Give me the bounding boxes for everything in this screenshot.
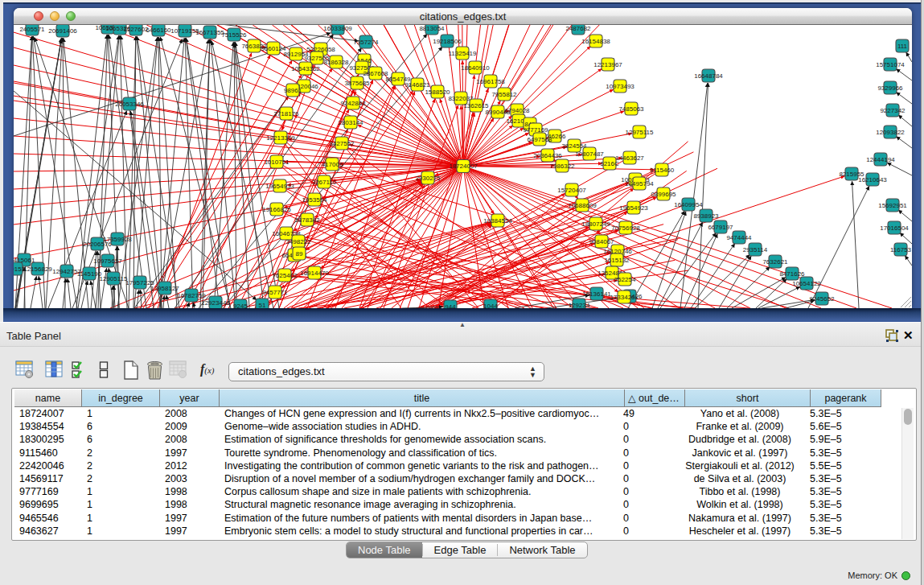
svg-text:9474444: 9474444: [726, 234, 752, 241]
svg-text:8427552: 8427552: [329, 140, 355, 147]
svg-text:944: 944: [445, 303, 456, 308]
svg-text:15692951: 15692951: [878, 202, 907, 209]
svg-text:9245: 9245: [233, 303, 248, 308]
svg-text:89: 89: [296, 250, 303, 257]
svg-text:7625402: 7625402: [272, 272, 298, 279]
svg-text:129234: 129234: [569, 302, 590, 308]
svg-text:8938923: 8938923: [693, 212, 719, 220]
svg-text:6497568: 6497568: [527, 136, 552, 143]
svg-text:19654933: 19654933: [265, 183, 294, 190]
svg-text:14463627: 14463627: [615, 154, 644, 162]
svg-text:16961758: 16961758: [476, 78, 505, 85]
svg-text:16033809: 16033809: [323, 25, 352, 32]
svg-text:2930275: 2930275: [415, 175, 441, 182]
svg-text:2487682: 2487682: [565, 25, 591, 32]
svg-text:6466160: 6466160: [146, 27, 171, 34]
svg-text:12213967: 12213967: [593, 61, 622, 68]
svg-text:17359928: 17359928: [103, 236, 132, 243]
svg-text:16671355: 16671355: [195, 29, 224, 36]
svg-text:19166825: 19166825: [262, 206, 291, 213]
svg-text:1527602: 1527602: [123, 26, 149, 33]
svg-text:16409954: 16409954: [674, 201, 703, 208]
svg-text:19654923: 19654923: [619, 204, 648, 212]
svg-text:16210643: 16210643: [858, 176, 887, 183]
svg-text:10973493: 10973493: [606, 83, 634, 90]
svg-text:9242848: 9242848: [340, 100, 366, 107]
svg-text:2405571: 2405571: [19, 26, 45, 33]
svg-text:116753: 116753: [890, 246, 912, 253]
svg-text:12093822: 12093822: [876, 129, 905, 136]
svg-text:3498222: 3498222: [285, 238, 311, 245]
svg-text:2718176: 2718176: [273, 110, 299, 117]
svg-text:5878342: 5878342: [294, 216, 320, 224]
svg-text:3875685: 3875685: [344, 80, 370, 87]
svg-text:14495794: 14495794: [625, 180, 654, 187]
svg-text:9245652: 9245652: [809, 295, 835, 303]
svg-text:15751074: 15751074: [876, 61, 905, 68]
svg-text:1953594: 1953594: [302, 196, 327, 204]
svg-text:12213369: 12213369: [266, 134, 295, 142]
svg-text:111: 111: [897, 43, 908, 50]
svg-text:11325419: 11325419: [449, 50, 478, 57]
svg-text:7986322: 7986322: [549, 163, 575, 170]
svg-text:12156829: 12156829: [23, 266, 52, 273]
svg-text:12444194: 12444194: [866, 156, 895, 163]
svg-text:10807487: 10807487: [575, 150, 604, 158]
svg-text:252254: 252254: [614, 276, 636, 283]
svg-text:51: 51: [259, 302, 266, 308]
svg-text:18724007: 18724007: [449, 163, 478, 170]
svg-text:8186328: 8186328: [323, 59, 349, 66]
svg-text:18807249: 18807249: [581, 220, 610, 228]
svg-text:10543362: 10543362: [291, 65, 320, 72]
svg-text:16648784: 16648784: [694, 72, 723, 80]
svg-text:15720407: 15720407: [557, 187, 586, 194]
svg-text:12905115: 12905115: [100, 275, 129, 282]
svg-text:9457771: 9457771: [262, 289, 288, 296]
svg-text:7485063: 7485063: [618, 105, 644, 113]
svg-text:7515526: 7515526: [221, 31, 247, 39]
svg-text:98961: 98961: [284, 87, 302, 94]
svg-text:3267110: 3267110: [312, 179, 337, 186]
svg-text:9329966: 9329966: [877, 84, 903, 92]
svg-text:26053346: 26053346: [115, 101, 144, 108]
svg-text:1733426x: 1733426x: [610, 294, 638, 301]
svg-text:6679197: 6679197: [708, 224, 733, 231]
svg-text:9146821: 9146821: [405, 81, 430, 89]
svg-text:20691406: 20691406: [48, 27, 77, 35]
svg-text:417006: 417006: [322, 161, 343, 168]
svg-text:17016504: 17016504: [880, 225, 909, 232]
svg-text:9115460: 9115460: [650, 167, 675, 174]
svg-text:9084067: 9084067: [589, 238, 614, 245]
svg-text:8813054: 8813054: [419, 25, 445, 32]
svg-text:7357274: 7357274: [353, 39, 379, 46]
svg-text:1145190: 1145190: [77, 270, 102, 278]
svg-text:16154838: 16154838: [581, 38, 610, 45]
svg-text:16914479: 16914479: [300, 270, 329, 277]
svg-text:6794028: 6794028: [504, 107, 530, 114]
svg-text:9660124: 9660124: [261, 45, 286, 52]
svg-text:15136141: 15136141: [582, 290, 611, 298]
svg-text:19384554: 19384554: [483, 217, 512, 225]
svg-text:18640910: 18640910: [461, 64, 490, 72]
svg-text:12975115: 12975115: [626, 129, 655, 136]
svg-text:2803144: 2803144: [338, 119, 363, 126]
svg-text:19218506: 19218506: [433, 38, 462, 45]
svg-text:12923446: 12923446: [201, 299, 230, 307]
svg-text:70756928: 70756928: [611, 225, 640, 232]
svg-text:0899695: 0899695: [651, 191, 676, 198]
svg-text:7632621: 7632621: [762, 258, 788, 266]
svg-text:13958127: 13958127: [150, 285, 179, 292]
svg-text:8471626: 8471626: [779, 270, 805, 278]
svg-text:10654122: 10654122: [792, 280, 821, 287]
svg-text:7955812: 7955812: [491, 91, 517, 98]
svg-text:1010751: 1010751: [264, 159, 290, 166]
svg-text:16782759: 16782759: [177, 292, 206, 299]
svg-text:10688609: 10688609: [568, 202, 597, 209]
svg-text:2935114: 2935114: [743, 246, 768, 253]
svg-text:1044: 1044: [483, 303, 498, 308]
svg-text:1588520: 1588520: [425, 89, 450, 96]
svg-text:2867608: 2867608: [363, 70, 388, 77]
svg-text:1615132: 1615132: [604, 257, 630, 264]
svg-text:10975657: 10975657: [93, 257, 122, 265]
svg-text:20364436: 20364436: [533, 152, 562, 159]
